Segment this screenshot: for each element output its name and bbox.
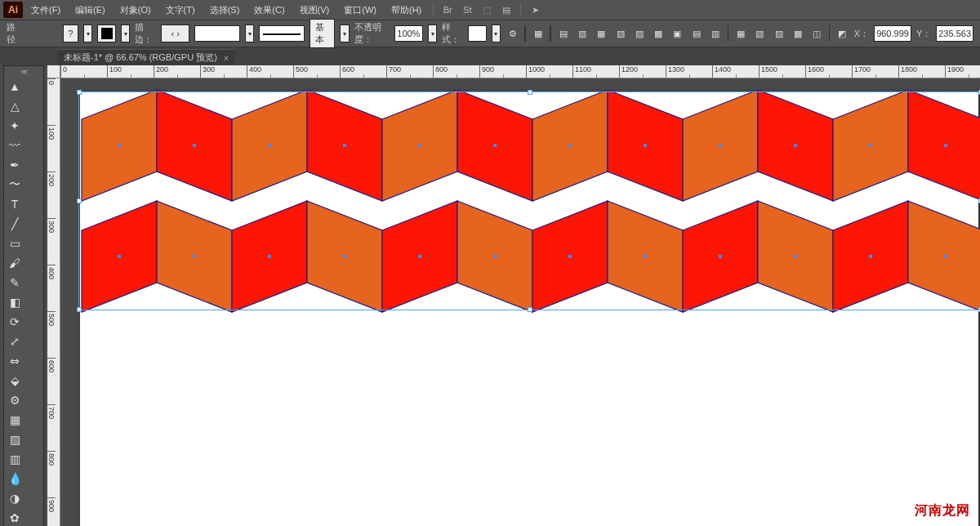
gpu-icon[interactable]: ➤ [526,2,544,18]
brush-dd-icon[interactable]: ▾ [340,25,349,42]
viewport[interactable]: 河南龙网 [60,78,980,526]
bridge-icon[interactable]: Br [439,2,457,18]
pencil-tool-icon[interactable]: ✎ [6,274,24,292]
align-grid-icon[interactable]: ▦ [531,25,545,42]
menu-type[interactable]: 文字(T) [159,2,202,18]
magic-wand-tool-icon[interactable]: ✦ [6,117,24,135]
stroke-dropdown-icon[interactable]: ▾ [121,25,130,42]
panels-icon[interactable]: ▤ [497,2,515,18]
align-3-icon[interactable]: ▦ [595,25,608,42]
menu-file[interactable]: 文件(F) [24,2,67,18]
menu-edit[interactable]: 编辑(E) [69,2,112,18]
brush-dropdown[interactable] [259,25,305,42]
rectangle-tool-icon[interactable]: ▭ [6,234,24,252]
ruler-tick: 1500 [759,65,805,78]
opacity-input[interactable]: 100% [394,25,423,42]
varwidth-dd-icon[interactable]: ▾ [245,25,254,42]
transform-icon[interactable]: ◩ [835,25,849,42]
close-tab-icon[interactable]: × [224,53,229,63]
align-2-icon[interactable]: ▥ [575,25,589,42]
blend-tool-icon[interactable]: ◑ [6,489,24,507]
svg-rect-13 [568,144,572,147]
svg-rect-39 [644,255,647,258]
svg-rect-33 [418,255,421,258]
menu-separator [520,3,521,16]
brush-tool-icon[interactable]: 🖌 [6,254,24,272]
document-tab[interactable]: 未标题-1* @ 66.67% (RGB/GPU 预览) × [57,49,235,65]
menu-object[interactable]: 对象(O) [114,2,158,18]
y-value-input[interactable]: 235.563 [936,25,973,42]
stroke-weight-input[interactable]: ‹ › [161,25,189,42]
mesh-tool-icon[interactable]: ▨ [6,430,24,448]
selection-tool-icon[interactable]: ▲ [6,78,24,96]
ruler-tick: 1200 [619,65,666,78]
svg-rect-45 [869,255,872,258]
x-value-input[interactable]: 960.999 [874,25,911,42]
control-bar: 路径 ? ▾ ▾ 描边： ‹ › ▾ 基本 ▾ 不透明度： 100% ▾ 样式：… [0,20,980,47]
align-5-icon[interactable]: ▨ [632,25,646,42]
tab-title: 未标题-1* @ 66.67% (RGB/GPU 预览) [64,51,217,64]
brush-label[interactable]: 基本 [310,19,335,48]
menu-help[interactable]: 帮助(H) [385,2,428,18]
svg-rect-35 [493,255,497,258]
stroke-label: 描边： [135,21,156,46]
align-11-icon[interactable]: ▧ [753,25,767,42]
align-10-icon[interactable]: ▦ [733,25,747,42]
align-1-icon[interactable]: ▤ [556,25,570,42]
align-8-icon[interactable]: ▤ [689,25,703,42]
vertical-ruler[interactable]: 0100200300400500600700800900 [47,78,60,526]
symbol-tool-icon[interactable]: ✿ [6,509,24,526]
eraser-tool-icon[interactable]: ◧ [6,293,24,311]
align-13-icon[interactable]: ▩ [791,25,804,42]
ruler-tick: 100 [47,125,56,172]
svg-rect-29 [268,255,271,258]
rotate-tool-icon[interactable]: ⟳ [6,313,24,331]
artwork-pattern[interactable] [77,90,980,335]
y-label: Y： [916,28,931,40]
perspective-tool-icon[interactable]: ▦ [6,411,24,429]
arrange-icon[interactable]: ⬚ [478,2,496,18]
horizontal-ruler[interactable]: 0100200300400500600700800900100011001200… [60,65,980,78]
eyedropper-tool-icon[interactable]: 💧 [6,470,24,488]
recolor-icon[interactable]: ⚙ [506,25,519,42]
free-transform-tool-icon[interactable]: ⬙ [6,372,24,390]
stroke-swatch[interactable] [97,25,115,42]
style-dd-icon[interactable]: ▾ [492,25,501,42]
shape-builder-tool-icon[interactable]: ⚙ [6,391,24,409]
menu-window[interactable]: 窗口(W) [337,2,383,18]
svg-rect-19 [794,144,797,147]
curvature-tool-icon[interactable]: 〜 [6,176,24,194]
ruler-tick: 500 [47,311,56,358]
opacity-dd-icon[interactable]: ▾ [428,25,437,42]
align-6-icon[interactable]: ▩ [652,25,666,42]
align-7-icon[interactable]: ▣ [670,25,684,42]
direct-selection-tool-icon[interactable]: △ [6,97,24,115]
stock-icon[interactable]: St [458,2,476,18]
ruler-tick: 400 [247,65,293,78]
panel-grip-icon[interactable]: ≪ [6,68,42,76]
ruler-tick: 1800 [898,65,945,78]
menu-select[interactable]: 选择(S) [203,2,247,18]
svg-rect-37 [568,255,572,258]
ruler-origin[interactable] [47,65,60,78]
align-4-icon[interactable]: ▧ [613,25,627,42]
menu-effect[interactable]: 效果(C) [247,2,291,18]
type-tool-icon[interactable]: T [6,195,24,213]
pen-tool-icon[interactable]: ✒ [6,156,24,174]
ruler-tick: 700 [386,65,433,78]
align-14-icon[interactable]: ◫ [810,25,824,42]
scale-tool-icon[interactable]: ⤢ [6,332,24,350]
varwidth-dropdown[interactable] [194,25,240,42]
line-tool-icon[interactable]: ╱ [6,215,24,233]
lasso-tool-icon[interactable]: 〰 [6,136,24,154]
align-12-icon[interactable]: ▨ [772,25,786,42]
menu-view[interactable]: 视图(V) [293,2,336,18]
svg-rect-25 [118,255,121,258]
width-tool-icon[interactable]: ⇔ [6,352,24,370]
fill-dropdown-icon[interactable]: ▾ [83,25,92,42]
align-9-icon[interactable]: ▥ [708,25,722,42]
fill-swatch[interactable]: ? [63,25,78,42]
svg-rect-1 [118,144,121,147]
style-swatch[interactable] [468,25,486,42]
gradient-tool-icon[interactable]: ▥ [6,450,24,468]
